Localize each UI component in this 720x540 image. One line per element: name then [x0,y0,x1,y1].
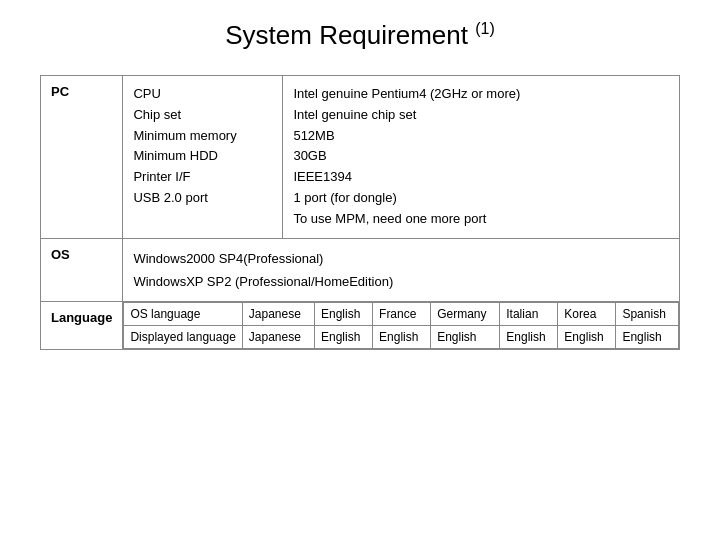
inner-cell: English [373,326,431,349]
value-item: 30GB [293,146,669,167]
language-inner-table: OS language Japanese English France Germ… [123,302,679,349]
inner-cell: Korea [558,303,616,326]
spec-list: CPU Chip set Minimum memory Minimum HDD … [133,84,272,209]
value-list: Intel genuine Pentium4 (2GHz or more) In… [293,84,669,230]
inner-cell: English [616,326,679,349]
inner-cell: Spanish [616,303,679,326]
value-item: Intel genuine Pentium4 (2GHz or more) [293,84,669,105]
main-table: PC CPU Chip set Minimum memory Minimum H… [40,75,680,350]
inner-cell: English [558,326,616,349]
inner-cell: Germany [431,303,500,326]
spec-item: Minimum memory [133,126,272,147]
spec-item: Chip set [133,105,272,126]
inner-cell: Japanese [242,303,314,326]
os-label: OS [41,238,123,302]
language-label: Language [41,302,123,350]
page-title: System Requirement (1) [40,20,680,51]
table-row: PC CPU Chip set Minimum memory Minimum H… [41,76,680,239]
inner-table-row: OS language Japanese English France Germ… [124,303,679,326]
spec-item: USB 2.0 port [133,188,272,209]
inner-table-row: Displayed language Japanese English Engl… [124,326,679,349]
value-item: Intel genuine chip set [293,105,669,126]
inner-cell: English [500,326,558,349]
table-row: Language OS language Japanese English Fr… [41,302,680,350]
pc-specs: CPU Chip set Minimum memory Minimum HDD … [123,76,283,239]
os-line1: Windows2000 SP4(Professional) [133,247,669,270]
spec-item: Printer I/F [133,167,272,188]
inner-cell: English [314,303,372,326]
value-item: IEEE1394 [293,167,669,188]
inner-cell: Japanese [242,326,314,349]
spec-item: Minimum HDD [133,146,272,167]
inner-cell: English [431,326,500,349]
spec-item: CPU [133,84,272,105]
os-content: Windows2000 SP4(Professional) WindowsXP … [123,238,680,302]
inner-cell: France [373,303,431,326]
value-item: 1 port (for dongle) [293,188,669,209]
value-item: 512MB [293,126,669,147]
inner-cell: Displayed language [124,326,242,349]
inner-cell: English [314,326,372,349]
page: System Requirement (1) PC CPU Chip set M… [0,0,720,540]
table-row: OS Windows2000 SP4(Professional) Windows… [41,238,680,302]
pc-label: PC [41,76,123,239]
os-line2: WindowsXP SP2 (Professional/HomeEdition) [133,270,669,293]
value-item: To use MPM, need one more port [293,209,669,230]
language-content: OS language Japanese English France Germ… [123,302,680,350]
pc-values: Intel genuine Pentium4 (2GHz or more) In… [283,76,680,239]
inner-cell: OS language [124,303,242,326]
inner-cell: Italian [500,303,558,326]
